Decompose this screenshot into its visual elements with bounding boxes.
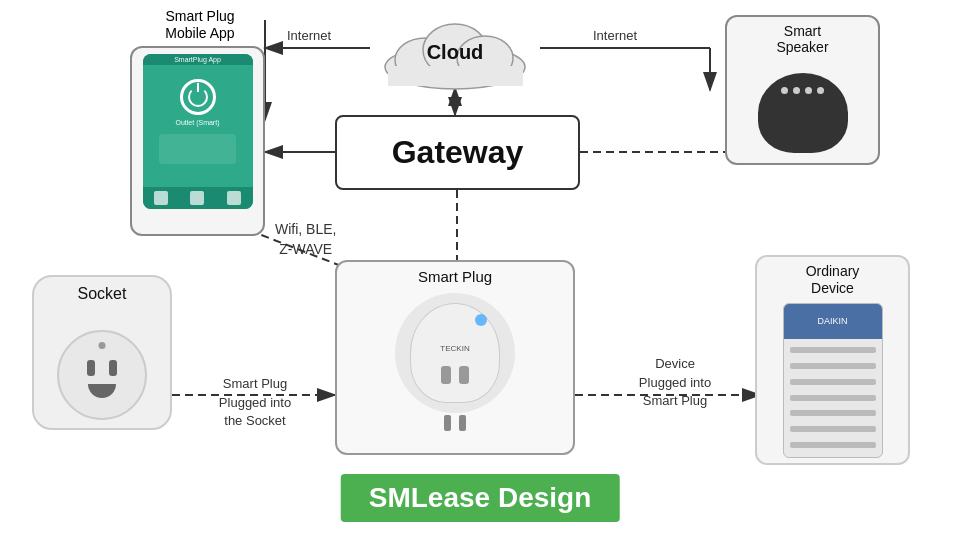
- vent-1: [790, 347, 876, 353]
- gateway-box: Gateway: [335, 115, 580, 190]
- socket-slot-row: [87, 360, 117, 376]
- internet-label-right: Internet: [593, 28, 637, 45]
- gateway-label: Gateway: [392, 134, 524, 171]
- speaker-dot-4: [817, 87, 824, 94]
- plug-prong-right: [459, 415, 466, 431]
- mobile-app-title: Smart Plug Mobile App: [130, 8, 270, 42]
- speaker-dot-1: [781, 87, 788, 94]
- power-icon: [188, 87, 208, 107]
- ac-vents: [784, 339, 882, 457]
- smart-plug-label: Smart Plug: [418, 268, 492, 285]
- socket-slots: [87, 360, 117, 398]
- plug-prongs: [444, 415, 466, 431]
- diagram: Internet Internet Wifi, BLE,Z-WAVE Cloud…: [0, 0, 960, 540]
- mobile-app-container: Smart Plug Mobile App SmartPlug App Outl…: [130, 8, 270, 236]
- mobile-screen: SmartPlug App Outlet (Smart): [143, 54, 253, 209]
- socket-face: [57, 330, 147, 420]
- socket-label: Socket: [34, 285, 170, 303]
- plug-slots: [441, 366, 469, 384]
- mobile-power-button: [180, 79, 216, 115]
- speaker-dot-3: [805, 87, 812, 94]
- ac-top: DAIKIN: [784, 304, 882, 339]
- plug-slot-left: [441, 366, 451, 384]
- ordinary-device-box: Ordinary Device DAIKIN: [755, 255, 910, 465]
- internet-label-left: Internet: [287, 28, 331, 45]
- plug-visual: TECKIN: [395, 293, 515, 413]
- device-desc-label: DevicePlugged intoSmart Plug: [600, 355, 750, 410]
- wifi-label: Wifi, BLE,Z-WAVE: [275, 220, 336, 259]
- socket-slot-right: [109, 360, 117, 376]
- ac-brand: DAIKIN: [817, 316, 847, 326]
- socket-box: Socket: [32, 275, 172, 430]
- socket-slot-left: [87, 360, 95, 376]
- settings-icon: [227, 191, 241, 205]
- plug-brand: TECKIN: [440, 344, 469, 353]
- plug-led: [475, 314, 487, 326]
- smart-speaker-label: SmartSpeaker: [727, 23, 878, 55]
- cloud-label: Cloud: [427, 41, 484, 64]
- home-icon: [154, 191, 168, 205]
- speaker-dots: [781, 87, 824, 94]
- svg-rect-19: [388, 66, 523, 86]
- speaker-dot-2: [793, 87, 800, 94]
- schedule-icon: [190, 191, 204, 205]
- vent-4: [790, 395, 876, 401]
- ac-unit: DAIKIN: [783, 303, 883, 458]
- mobile-info-area: [159, 134, 236, 164]
- socket-mouth: [88, 384, 116, 398]
- cloud: Cloud: [370, 12, 540, 92]
- mobile-outlet-text: Outlet (Smart): [176, 119, 220, 126]
- vent-5: [790, 410, 876, 416]
- mobile-app-box: SmartPlug App Outlet (Smart): [130, 46, 265, 236]
- smart-plug-box: Smart Plug TECKIN: [335, 260, 575, 455]
- mobile-bottom-bar: [143, 187, 253, 209]
- vent-6: [790, 426, 876, 432]
- smart-speaker-box: SmartSpeaker: [725, 15, 880, 165]
- ordinary-device-label: Ordinary Device: [806, 263, 860, 297]
- plug-body: TECKIN: [410, 303, 500, 403]
- vent-2: [790, 363, 876, 369]
- mobile-header: SmartPlug App: [143, 54, 253, 65]
- socket-center-dot: [99, 342, 106, 349]
- plug-prong-left: [444, 415, 451, 431]
- socket-desc-label: Smart PlugPlugged intothe Socket: [175, 375, 335, 430]
- speaker-visual: [758, 73, 848, 153]
- vent-7: [790, 442, 876, 448]
- plug-slot-right: [459, 366, 469, 384]
- smlease-banner: SMLease Design: [341, 474, 620, 522]
- vent-3: [790, 379, 876, 385]
